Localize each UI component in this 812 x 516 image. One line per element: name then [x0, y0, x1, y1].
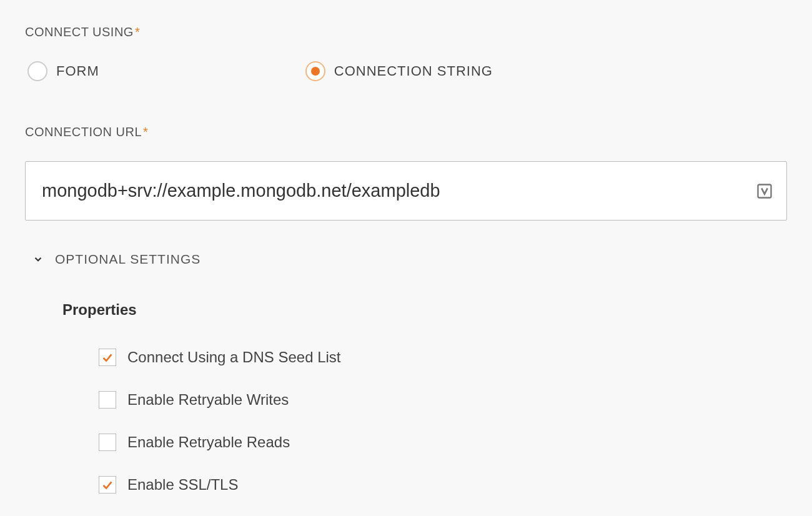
checkbox-icon: [99, 476, 116, 494]
radio-form[interactable]: FORM: [27, 61, 99, 81]
checkbox-label: Enable Retryable Reads: [127, 434, 290, 451]
radio-connection-string-label: CONNECTION STRING: [334, 63, 493, 79]
vault-variable-icon[interactable]: [756, 182, 773, 200]
required-star-icon: *: [143, 125, 148, 139]
connection-url-input[interactable]: [25, 161, 787, 221]
checkbox-icon: [99, 391, 116, 409]
checkbox-retryable-writes[interactable]: Enable Retryable Writes: [99, 391, 787, 409]
checkbox-label: Enable Retryable Writes: [127, 391, 289, 409]
checkbox-label: Connect Using a DNS Seed List: [127, 349, 341, 366]
radio-circle-icon: [305, 61, 325, 81]
checkbox-icon: [99, 349, 116, 366]
checkbox-dns-seed-list[interactable]: Connect Using a DNS Seed List: [99, 349, 787, 366]
checkbox-label: Enable SSL/TLS: [127, 476, 238, 494]
required-star-icon: *: [135, 25, 140, 39]
radio-connection-string[interactable]: CONNECTION STRING: [305, 61, 493, 81]
connect-using-radio-group: FORM CONNECTION STRING: [25, 61, 787, 81]
properties-title: Properties: [62, 301, 787, 319]
optional-settings-toggle[interactable]: OPTIONAL SETTINGS: [25, 252, 787, 267]
radio-dot-icon: [311, 67, 320, 76]
optional-settings-label: OPTIONAL SETTINGS: [55, 252, 201, 267]
connection-url-label: CONNECTION URL*: [25, 125, 787, 139]
chevron-down-icon: [32, 254, 44, 265]
properties-checkbox-list: Connect Using a DNS Seed List Enable Ret…: [62, 349, 787, 494]
radio-circle-icon: [27, 61, 47, 81]
checkbox-icon: [99, 434, 116, 451]
connect-using-label: CONNECT USING*: [25, 25, 787, 39]
checkbox-retryable-reads[interactable]: Enable Retryable Reads: [99, 434, 787, 451]
properties-section: Properties Connect Using a DNS Seed List…: [25, 301, 787, 494]
radio-form-label: FORM: [56, 63, 99, 79]
checkbox-ssl-tls[interactable]: Enable SSL/TLS: [99, 476, 787, 494]
connection-url-input-wrapper: [25, 161, 787, 221]
